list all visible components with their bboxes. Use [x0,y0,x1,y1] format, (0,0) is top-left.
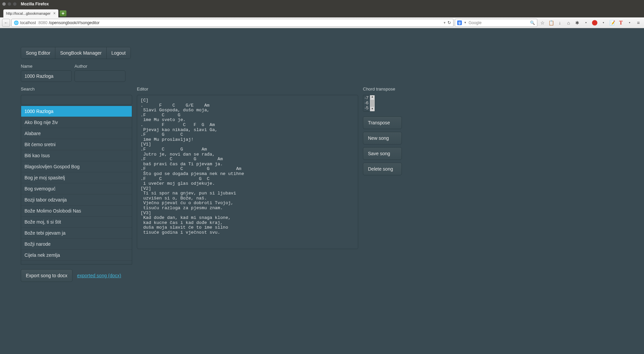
tab-songbook-manager[interactable]: SongBook Manager [55,47,106,59]
search-input[interactable] [21,95,132,105]
song-list-item[interactable]: Božji narode [21,239,132,250]
song-list-item[interactable]: Bozji tabor odzvanja [21,194,132,205]
song-list-item[interactable]: 1000 Razloga [21,106,132,117]
toggle-t-dropdown-icon[interactable]: ▾ [626,19,633,26]
downloads-icon[interactable]: ↓ [556,19,564,26]
transpose-button[interactable]: Transpose [363,116,402,129]
url-path: /opensongbook/#!songeditor [49,20,99,25]
tab-logout[interactable]: Logout [106,47,130,59]
song-list[interactable]: 1000 RazlogaAko Bog nije živAlabareBit ć… [21,106,132,264]
url-input[interactable]: 🌐 localhost:8080/opensongbook/#!songedit… [11,19,453,27]
home-icon[interactable]: ⌂ [565,19,572,26]
back-button[interactable]: ← [2,19,10,27]
window-close-button[interactable] [2,2,6,6]
editor-label: Editor [137,86,358,92]
transpose-select[interactable]: -7-6-5 ▲ ▼ [363,95,375,112]
browser-tabbar: http://local...gbookmanager × + [0,8,644,17]
transpose-scrollbar[interactable]: ▲ ▼ [370,95,375,111]
toggle-t-icon[interactable]: T [617,19,625,26]
browser-toolbar: ← 🌐 localhost:8080/opensongbook/#!songed… [0,17,644,28]
transpose-option[interactable]: -5 [365,105,370,110]
window-titlebar: Mozilla Firefox [0,0,644,8]
name-label: Name [21,64,72,69]
song-list-item[interactable]: Bog je moj spasitelj [21,172,132,183]
song-list-item[interactable]: Cijela nek zemlja [21,250,132,261]
window-maximize-button[interactable] [13,2,17,6]
export-docx-button[interactable]: Export song to docx [21,269,72,282]
bookmark-star-icon[interactable]: ☆ [539,19,546,26]
song-list-item[interactable]: Bit ćemo sretni [21,139,132,150]
window-title: Mozilla Firefox [21,2,49,6]
song-list-item[interactable]: Bože tebi pjevam ja [21,228,132,239]
song-list-item[interactable]: Biti kao Isus [21,150,132,161]
browser-tab[interactable]: http://local...gbookmanager × [3,9,58,17]
editor-textarea[interactable] [137,95,358,249]
clipboard-icon[interactable]: 📋 [547,19,555,26]
search-engine-icon: g [457,20,462,25]
new-song-button[interactable]: New song [363,132,402,144]
new-tab-button[interactable]: + [60,10,66,16]
author-input[interactable] [74,70,125,82]
author-label: Author [74,64,125,69]
song-list-item[interactable]: Cijela zemlja [21,261,132,264]
search-icon[interactable]: 🔍 [530,20,535,25]
browser-search-input[interactable]: g ▼ Google 🔍 [455,19,537,27]
app-toolbar: Song Editor SongBook Manager Logout [21,47,131,59]
eff-dropdown-icon[interactable]: ▾ [600,19,607,26]
name-input[interactable] [21,70,72,82]
scroll-up-icon[interactable]: ▲ [370,95,375,99]
app-content: Song Editor SongBook Manager Logout Name… [0,28,644,301]
addon-dropdown-icon[interactable]: ▾ [582,19,590,26]
save-song-button[interactable]: Save song [363,147,402,160]
search-placeholder: Google [469,20,482,25]
tab-song-editor[interactable]: Song Editor [21,47,55,59]
tab-label: http://local...gbookmanager [6,11,51,15]
song-list-item[interactable]: Blagoslovljen Gospod Bog [21,161,132,172]
song-list-item[interactable]: Bože Molimo Oslobodi Nas [21,205,132,217]
search-engine-dropdown-icon[interactable]: ▼ [464,21,467,24]
search-label: Search [21,86,132,92]
url-host: localhost [20,20,36,25]
song-list-item[interactable]: Bog svemoguć [21,183,132,194]
transpose-label: Chord transpose [363,86,402,92]
url-dropdown-icon[interactable]: ▼ [443,21,446,24]
scroll-thumb[interactable] [370,100,374,107]
addon-icon[interactable]: ✱ [574,19,581,26]
url-port: :8080 [37,20,47,25]
reload-icon[interactable]: ↻ [447,20,451,25]
song-list-item[interactable]: Bože moj, ti si štit [21,217,132,228]
globe-icon: 🌐 [14,20,19,25]
scroll-down-icon[interactable]: ▼ [370,107,375,111]
hamburger-menu-icon[interactable]: ≡ [635,19,642,26]
transpose-option[interactable]: -6 [365,100,370,105]
exported-song-link[interactable]: exported song (docx) [77,273,121,278]
song-list-item[interactable]: Ako Bog nije živ [21,117,132,128]
tab-close-icon[interactable]: × [53,11,56,16]
eff-icon[interactable] [591,19,598,26]
window-minimize-button[interactable] [7,2,11,6]
note-icon[interactable]: 📝 [608,19,616,26]
transpose-option[interactable]: -7 [365,95,370,100]
delete-song-button[interactable]: Delete song [363,163,402,175]
song-list-item[interactable]: Alabare [21,128,132,139]
